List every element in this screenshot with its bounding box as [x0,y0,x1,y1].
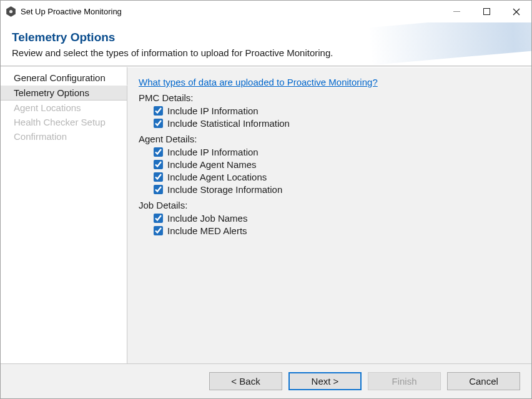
close-button[interactable] [501,1,531,22]
group-label-agent-details: Agent Details: [139,134,525,144]
checkbox-job-names[interactable] [154,214,163,223]
svg-rect-3 [483,9,490,15]
cancel-button[interactable]: Cancel [447,372,520,390]
checkbox-label: Include Job Names [167,213,247,224]
checkbox-row: Include IP Information [154,106,525,116]
group-label-pmc-details: PMC Details: [139,92,525,103]
wizard-window: Set Up Proactive Monitoring Telemetry Op… [0,0,532,399]
wizard-steps-sidebar: General Configuration Telemetry Options … [1,67,127,364]
sidebar-item-confirmation: Confirmation [1,129,127,144]
checkbox-label: Include Statistical Information [167,118,290,129]
checkbox-agent-locations[interactable] [154,172,163,182]
info-link[interactable]: What types of data are uploaded to Proac… [139,77,378,87]
page-subtitle: Review and select the types of informati… [12,47,531,58]
checkbox-row: Include Agent Names [154,159,525,170]
next-button[interactable]: Next > [288,372,362,390]
sidebar-item-health-checker-setup: Health Checker Setup [1,115,127,129]
checkbox-label: Include IP Information [167,106,259,116]
titlebar: Set Up Proactive Monitoring [1,1,531,22]
window-title: Set Up Proactive Monitoring [21,7,122,16]
wizard-body: General Configuration Telemetry Options … [1,66,531,364]
window-controls [441,1,531,22]
checkbox-row: Include Agent Locations [154,172,525,182]
checkbox-label: Include MED Alerts [167,225,247,236]
wizard-content: What types of data are uploaded to Proac… [127,67,531,364]
checkbox-row: Include Storage Information [154,184,525,195]
checkbox-row: Include IP Information [154,147,525,157]
group-label-job-details: Job Details: [139,200,525,210]
minimize-button[interactable] [441,1,471,22]
checkbox-label: Include Agent Names [167,159,257,170]
checkbox-pmc-ip-info[interactable] [154,106,163,116]
maximize-button[interactable] [471,1,501,22]
checkbox-pmc-statistical-info[interactable] [154,119,163,128]
checkbox-label: Include Storage Information [167,184,282,195]
wizard-footer: < Back Next > Finish Cancel [1,364,531,398]
sidebar-item-agent-locations: Agent Locations [1,101,127,115]
checkbox-agent-names[interactable] [154,160,163,169]
checkbox-row: Include Job Names [154,213,525,224]
page-title: Telemetry Options [12,31,531,44]
sidebar-item-general-configuration[interactable]: General Configuration [1,71,127,85]
app-icon [6,6,16,17]
finish-button: Finish [368,372,441,390]
checkbox-agent-storage-info[interactable] [154,185,163,194]
svg-point-1 [9,10,12,13]
checkbox-agent-ip-info[interactable] [154,147,163,157]
checkbox-row: Include MED Alerts [154,225,525,236]
back-button[interactable]: < Back [209,372,282,390]
checkbox-row: Include Statistical Information [154,118,525,129]
sidebar-item-telemetry-options[interactable]: Telemetry Options [1,85,127,101]
checkbox-label: Include IP Information [167,147,259,157]
checkbox-label: Include Agent Locations [167,172,267,182]
checkbox-job-med-alerts[interactable] [154,226,163,235]
wizard-header: Telemetry Options Review and select the … [1,22,531,66]
